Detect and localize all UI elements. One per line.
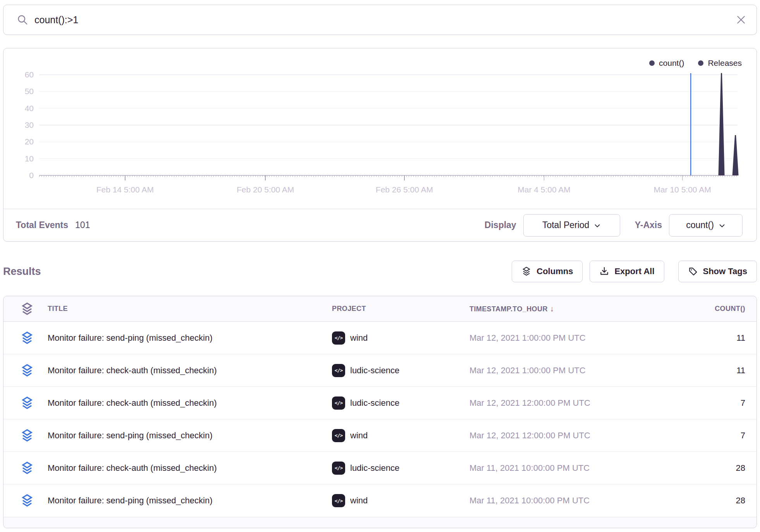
table-row[interactable]: Monitor failure: send-ping (missed_check… (3, 484, 757, 517)
columns-button[interactable]: Columns (512, 261, 583, 282)
row-title: Monitor failure: send-ping (missed_check… (45, 496, 329, 506)
column-header-count[interactable]: COUNT() (671, 305, 757, 313)
row-count: 28 (671, 496, 757, 506)
column-header-timestamp-label: TIMESTAMP.TO_HOUR (469, 305, 548, 313)
column-header-timestamp[interactable]: TIMESTAMP.TO_HOUR↓ (469, 304, 671, 313)
svg-text:10: 10 (25, 154, 34, 163)
chart-legend: count() Releases (649, 58, 742, 68)
project-platform-icon: </> (332, 429, 345, 442)
sort-desc-icon: ↓ (550, 304, 554, 313)
show-tags-button[interactable]: Show Tags (678, 261, 757, 282)
project-platform-icon: </> (332, 462, 345, 475)
project-name: wind (350, 333, 368, 343)
row-count: 11 (671, 333, 757, 343)
table-body: Monitor failure: send-ping (missed_check… (3, 322, 757, 517)
y-axis-label: Y-Axis (635, 220, 662, 230)
row-project: </> wind (329, 331, 469, 345)
table-row[interactable]: Monitor failure: check-auth (missed_chec… (3, 452, 757, 484)
project-name: wind (350, 496, 368, 506)
table-header-row: TITLE PROJECT TIMESTAMP.TO_HOUR↓ COUNT() (3, 296, 757, 322)
search-input[interactable] (34, 14, 736, 26)
svg-text:40: 40 (25, 104, 34, 113)
table-row[interactable]: Monitor failure: check-auth (missed_chec… (3, 354, 757, 387)
stacked-layers-icon (21, 494, 34, 508)
table-footer (3, 517, 757, 528)
row-count: 11 (671, 366, 757, 376)
svg-text:20: 20 (25, 137, 34, 146)
total-events-value: 101 (75, 220, 90, 230)
row-count: 7 (671, 398, 757, 408)
legend-dot-releases-icon (698, 60, 703, 66)
discover-page: count() Releases 0102030405060Feb 14 5:0… (0, 0, 760, 532)
export-all-button[interactable]: Export All (590, 261, 664, 282)
row-title: Monitor failure: check-auth (missed_chec… (45, 366, 329, 376)
header-stack-icon (3, 302, 45, 316)
row-stack-button[interactable] (3, 429, 45, 443)
legend-item-count[interactable]: count() (649, 58, 684, 68)
row-title: Monitor failure: check-auth (missed_chec… (45, 398, 329, 408)
stacked-layers-icon (21, 429, 34, 443)
row-timestamp: Mar 12, 2021 12:00:00 PM UTC (469, 431, 671, 441)
display-select[interactable]: Total Period (523, 214, 620, 237)
row-count: 7 (671, 431, 757, 441)
row-stack-button[interactable] (3, 396, 45, 410)
chart-summary-bar: Total Events 101 Display Total Period Y-… (3, 209, 757, 241)
row-title: Monitor failure: send-ping (missed_check… (45, 431, 329, 441)
project-name: ludic-science (350, 366, 399, 376)
table-row[interactable]: Monitor failure: send-ping (missed_check… (3, 322, 757, 354)
svg-text:60: 60 (25, 70, 34, 79)
search-icon (17, 14, 28, 26)
row-timestamp: Mar 12, 2021 12:00:00 PM UTC (469, 398, 671, 408)
row-timestamp: Mar 12, 2021 1:00:00 PM UTC (469, 333, 671, 343)
row-timestamp: Mar 11, 2021 10:00:00 PM UTC (469, 496, 671, 506)
legend-label-releases: Releases (708, 58, 742, 68)
row-stack-button[interactable] (3, 331, 45, 345)
chevron-down-icon (594, 222, 601, 229)
project-platform-icon: </> (332, 331, 345, 345)
events-chart: 0102030405060Feb 14 5:00 AMFeb 20 5:00 A… (3, 48, 756, 209)
y-axis-select[interactable]: count() (669, 214, 743, 237)
total-events-label: Total Events (16, 220, 68, 230)
row-stack-button[interactable] (3, 461, 45, 475)
results-table: TITLE PROJECT TIMESTAMP.TO_HOUR↓ COUNT()… (3, 296, 757, 528)
stacked-layers-icon (21, 396, 34, 410)
table-row[interactable]: Monitor failure: check-auth (missed_chec… (3, 387, 757, 419)
row-timestamp: Mar 12, 2021 1:00:00 PM UTC (469, 366, 671, 376)
column-header-title[interactable]: TITLE (45, 305, 329, 313)
show-tags-button-label: Show Tags (703, 266, 748, 276)
legend-dot-count-icon (649, 60, 655, 66)
export-all-button-label: Export All (614, 266, 654, 276)
svg-text:Mar 4 5:00 AM: Mar 4 5:00 AM (518, 185, 571, 194)
display-select-value: Total Period (542, 220, 589, 230)
layers-icon (521, 266, 531, 276)
y-axis-select-value: count() (686, 220, 714, 230)
stacked-layers-icon (21, 331, 34, 345)
row-project: </> ludic-science (329, 462, 469, 475)
stacked-layers-icon (21, 364, 34, 378)
project-platform-icon: </> (332, 364, 345, 377)
row-project: </> wind (329, 494, 469, 507)
project-name: ludic-science (350, 463, 399, 473)
row-title: Monitor failure: check-auth (missed_chec… (45, 463, 329, 473)
row-project: </> ludic-science (329, 364, 469, 377)
columns-button-label: Columns (536, 266, 573, 276)
close-icon[interactable] (736, 14, 746, 25)
events-chart-panel: count() Releases 0102030405060Feb 14 5:0… (3, 48, 757, 242)
results-heading: Results (3, 266, 41, 278)
display-label: Display (485, 220, 516, 230)
legend-item-releases[interactable]: Releases (698, 58, 742, 68)
row-stack-button[interactable] (3, 494, 45, 508)
row-stack-button[interactable] (3, 364, 45, 378)
table-row[interactable]: Monitor failure: send-ping (missed_check… (3, 419, 757, 452)
row-timestamp: Mar 11, 2021 10:00:00 PM UTC (469, 463, 671, 473)
legend-label-count: count() (659, 58, 684, 68)
search-bar (3, 5, 757, 35)
svg-text:30: 30 (25, 120, 34, 129)
project-platform-icon: </> (332, 494, 345, 507)
results-toolbar: Results Columns Export All Show Tags (3, 259, 757, 284)
column-header-project[interactable]: PROJECT (329, 305, 469, 313)
svg-text:Feb 26 5:00 AM: Feb 26 5:00 AM (376, 185, 433, 194)
row-project: </> wind (329, 429, 469, 442)
svg-text:Mar 10 5:00 AM: Mar 10 5:00 AM (653, 185, 711, 194)
project-name: ludic-science (350, 398, 399, 408)
